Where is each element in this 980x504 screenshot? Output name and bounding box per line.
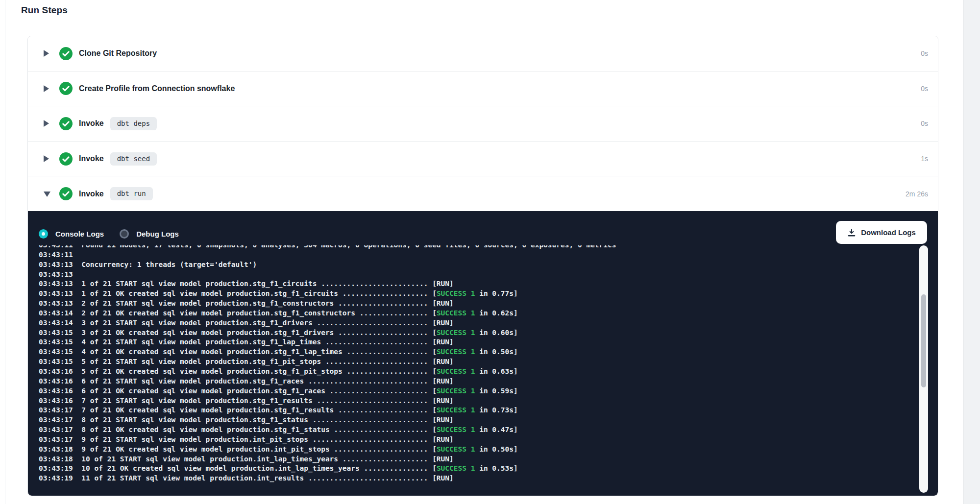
log-line: 03:43:15 4 of 21 OK created sql view mod… (39, 347, 908, 357)
step-row[interactable]: Invokedbt deps0s (28, 106, 938, 142)
log-line: 03:43:17 8 of 21 START sql view model pr… (39, 415, 908, 425)
log-line: 03:43:16 6 of 21 START sql view model pr… (39, 377, 908, 386)
log-line: 03:43:17 7 of 21 OK created sql view mod… (39, 406, 908, 415)
log-line: 03:43:17 9 of 21 START sql view model pr… (39, 435, 908, 445)
radio-selected-icon[interactable] (39, 229, 48, 239)
status-success-check-icon (59, 82, 73, 95)
log-tab-debug-logs[interactable]: Debug Logs (120, 229, 179, 239)
log-line: 03:43:13 1 of 21 START sql view model pr… (39, 279, 908, 289)
step-duration: 0s (921, 49, 928, 57)
chevron-right-icon[interactable] (44, 85, 49, 92)
log-line: 03:43:17 8 of 21 OK created sql view mod… (39, 425, 908, 435)
console-log-output: 03:43:11 Found 21 models, 17 tests, 0 sn… (39, 245, 908, 486)
log-tab-console-logs[interactable]: Console Logs (39, 229, 104, 239)
log-line: 03:43:13 2 of 21 START sql view model pr… (39, 299, 908, 309)
step-row[interactable]: Clone Git Repository0s (28, 36, 938, 72)
step-label: Invoke (79, 190, 104, 198)
log-line: 03:43:14 2 of 21 OK created sql view mod… (39, 309, 908, 318)
log-line: 03:43:19 10 of 21 OK created sql view mo… (39, 464, 908, 474)
console-panel: Console LogsDebug Logs Download Logs 03:… (28, 211, 938, 496)
step-label: Invoke (79, 154, 104, 163)
step-duration: 2m 26s (906, 190, 928, 198)
chevron-right-icon[interactable] (44, 120, 49, 127)
step-label: Invoke (79, 119, 104, 128)
log-scrollbar-track[interactable] (919, 245, 928, 493)
log-line: 03:43:15 3 of 21 OK created sql view mod… (39, 328, 908, 338)
log-line: 03:43:16 7 of 21 START sql view model pr… (39, 396, 908, 406)
log-line: 03:43:13 Concurrency: 1 threads (target=… (39, 260, 908, 270)
radio-unselected-icon[interactable] (120, 229, 129, 239)
log-line: 03:43:13 1 of 21 OK created sql view mod… (39, 289, 908, 299)
status-success-check-icon (59, 117, 73, 130)
step-row[interactable]: Create Profile from Connection snowflake… (28, 72, 938, 107)
left-panel-edge (0, 0, 5, 504)
log-line: 03:43:16 5 of 21 OK created sql view mod… (39, 367, 908, 377)
chevron-right-icon[interactable] (44, 50, 49, 57)
right-panel-edge (963, 0, 980, 504)
log-line: 03:43:14 3 of 21 START sql view model pr… (39, 318, 908, 328)
step-row[interactable]: Invokedbt run2m 26s (28, 176, 938, 211)
run-steps-card: Clone Git Repository0sCreate Profile fro… (27, 36, 938, 496)
status-success-check-icon (59, 47, 73, 60)
log-line: 03:43:16 6 of 21 OK created sql view mod… (39, 386, 908, 396)
step-duration: 1s (921, 155, 928, 163)
chevron-down-icon[interactable] (44, 192, 50, 197)
console-header: Console LogsDebug Logs Download Logs (39, 211, 927, 245)
log-line: 03:43:15 5 of 21 START sql view model pr… (39, 357, 908, 367)
log-line: 03:43:18 9 of 21 OK created sql view mod… (39, 445, 908, 455)
log-line: 03:43:11 Found 21 models, 17 tests, 0 sn… (39, 245, 908, 250)
log-line: 03:43:11 (39, 250, 908, 260)
log-type-tabs: Console LogsDebug Logs (39, 229, 179, 239)
log-line: 03:43:13 (39, 270, 908, 280)
command-badge: dbt seed (110, 152, 157, 166)
step-row[interactable]: Invokedbt seed1s (28, 142, 938, 177)
log-tab-label: Console Logs (55, 230, 104, 238)
command-badge: dbt run (110, 187, 153, 200)
page-title: Run Steps (21, 5, 68, 16)
command-badge: dbt deps (110, 117, 157, 130)
log-line: 03:43:18 10 of 21 START sql view model p… (39, 455, 908, 464)
steps-list: Clone Git Repository0sCreate Profile fro… (28, 36, 938, 211)
status-success-check-icon (59, 187, 73, 200)
step-label: Create Profile from Connection snowflake (79, 84, 235, 93)
download-icon (847, 228, 856, 237)
log-tab-label: Debug Logs (136, 230, 179, 238)
log-scrollbar-thumb[interactable] (921, 294, 926, 387)
step-duration: 0s (921, 85, 928, 93)
status-success-check-icon (59, 152, 73, 166)
download-logs-button[interactable]: Download Logs (836, 221, 927, 244)
step-label: Clone Git Repository (79, 49, 157, 58)
log-line: 03:43:15 4 of 21 START sql view model pr… (39, 337, 908, 347)
step-duration: 0s (921, 120, 928, 127)
download-logs-label: Download Logs (861, 228, 916, 237)
chevron-right-icon[interactable] (44, 155, 49, 162)
log-line: 03:43:19 11 of 21 START sql view model p… (39, 474, 908, 483)
